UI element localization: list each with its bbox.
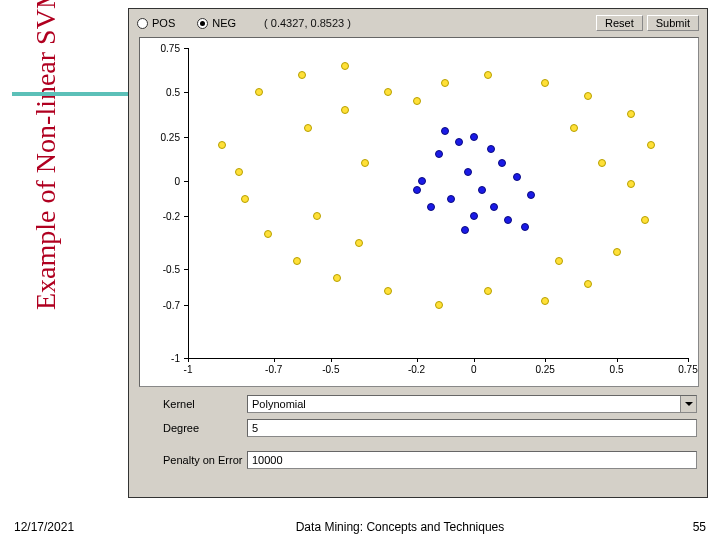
pos-point — [255, 88, 263, 96]
neg-point — [527, 191, 535, 199]
footer-title: Data Mining: Concepts and Techniques — [134, 520, 666, 534]
svm-applet-panel: POS NEG ( 0.4327, 0.8523 ) Reset Submit … — [128, 8, 708, 498]
kernel-value: Polynomial — [252, 398, 306, 410]
title-underline — [12, 92, 128, 96]
neg-point — [461, 226, 469, 234]
pos-point — [627, 110, 635, 118]
chevron-down-icon — [680, 396, 696, 412]
pos-point — [304, 124, 312, 132]
radio-pos-dot — [137, 18, 148, 29]
y-tick — [184, 181, 188, 182]
topbar: POS NEG ( 0.4327, 0.8523 ) Reset Submit — [129, 9, 707, 37]
neg-point — [521, 223, 529, 231]
pos-point — [218, 141, 226, 149]
submit-button[interactable]: Submit — [647, 15, 699, 31]
neg-point — [447, 195, 455, 203]
neg-point — [498, 159, 506, 167]
radio-neg-label: NEG — [212, 17, 236, 29]
page-side-title: Example of Non-linear SVM — [30, 0, 62, 310]
y-tick-label: 0.5 — [146, 87, 180, 98]
x-tick — [188, 358, 189, 362]
neg-point — [418, 177, 426, 185]
x-axis — [188, 358, 688, 359]
kernel-select[interactable]: Polynomial — [247, 395, 697, 413]
pos-point — [598, 159, 606, 167]
pos-point — [627, 180, 635, 188]
y-tick-label: 0 — [146, 176, 180, 187]
neg-point — [413, 186, 421, 194]
y-tick-label: -0.5 — [146, 264, 180, 275]
x-tick-label: -1 — [170, 364, 206, 375]
pos-point — [264, 230, 272, 238]
pos-point — [333, 274, 341, 282]
neg-point — [487, 145, 495, 153]
neg-point — [513, 173, 521, 181]
x-tick — [474, 358, 475, 362]
pos-point — [641, 216, 649, 224]
radio-pos[interactable]: POS — [137, 17, 175, 29]
penalty-input[interactable]: 10000 — [247, 451, 697, 469]
params-form: Kernel Polynomial Degree 5 Penalty on Er… — [139, 395, 697, 475]
footer-date: 12/17/2021 — [14, 520, 134, 534]
degree-label: Degree — [139, 422, 247, 434]
pos-point — [484, 287, 492, 295]
pos-point — [441, 79, 449, 87]
pos-point — [647, 141, 655, 149]
pos-point — [570, 124, 578, 132]
pos-point — [235, 168, 243, 176]
neg-point — [441, 127, 449, 135]
neg-point — [478, 186, 486, 194]
neg-point — [470, 212, 478, 220]
x-tick-label: 0.25 — [527, 364, 563, 375]
kernel-label: Kernel — [139, 398, 247, 410]
pos-point — [341, 62, 349, 70]
pos-point — [384, 287, 392, 295]
pos-point — [541, 79, 549, 87]
y-tick — [184, 48, 188, 49]
neg-point — [427, 203, 435, 211]
x-tick — [688, 358, 689, 362]
slide-footer: 12/17/2021 Data Mining: Concepts and Tec… — [0, 520, 720, 534]
x-tick-label: -0.2 — [399, 364, 435, 375]
radio-neg[interactable]: NEG — [197, 17, 236, 29]
footer-page: 55 — [666, 520, 706, 534]
scatter-plot[interactable]: -1-0.7-0.5-0.200.250.50.75-1-0.7-0.5-0.2… — [139, 37, 699, 387]
x-tick — [617, 358, 618, 362]
y-axis — [188, 48, 189, 358]
pos-point — [355, 239, 363, 247]
pos-point — [313, 212, 321, 220]
x-tick-label: 0.5 — [599, 364, 635, 375]
y-tick-label: -0.2 — [146, 211, 180, 222]
pos-point — [435, 301, 443, 309]
pos-point — [413, 97, 421, 105]
pos-point — [484, 71, 492, 79]
y-tick — [184, 216, 188, 217]
neg-point — [464, 168, 472, 176]
kernel-row: Kernel Polynomial — [139, 395, 697, 413]
degree-input[interactable]: 5 — [247, 419, 697, 437]
y-tick-label: -1 — [146, 353, 180, 364]
y-tick — [184, 305, 188, 306]
x-tick — [331, 358, 332, 362]
neg-point — [455, 138, 463, 146]
radio-pos-label: POS — [152, 17, 175, 29]
pos-point — [541, 297, 549, 305]
reset-button[interactable]: Reset — [596, 15, 643, 31]
x-tick-label: -0.7 — [256, 364, 292, 375]
radio-neg-dot — [197, 18, 208, 29]
pos-point — [555, 257, 563, 265]
coord-readout: ( 0.4327, 0.8523 ) — [264, 17, 351, 29]
y-tick-label: 0.25 — [146, 132, 180, 143]
neg-point — [504, 216, 512, 224]
neg-point — [470, 133, 478, 141]
pos-point — [584, 280, 592, 288]
pos-point — [384, 88, 392, 96]
pos-point — [341, 106, 349, 114]
penalty-label: Penalty on Error — [139, 454, 247, 466]
x-tick-label: 0 — [456, 364, 492, 375]
degree-row: Degree 5 — [139, 419, 697, 437]
neg-point — [435, 150, 443, 158]
x-tick-label: 0.75 — [670, 364, 706, 375]
y-tick-label: 0.75 — [146, 43, 180, 54]
y-tick — [184, 92, 188, 93]
